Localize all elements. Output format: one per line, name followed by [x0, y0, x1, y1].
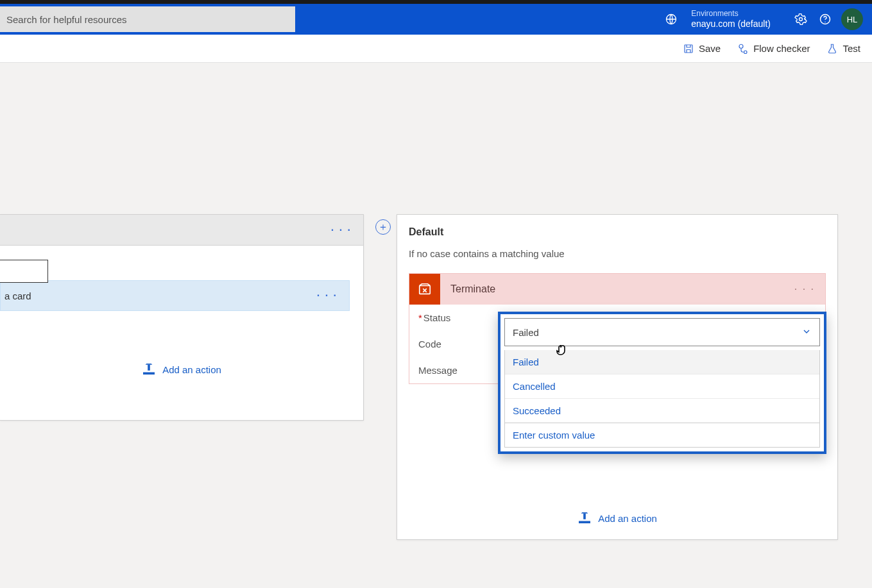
case-card-menu-icon[interactable]: · · · [331, 224, 352, 236]
avatar[interactable]: HL [841, 8, 863, 30]
svg-point-1 [799, 18, 803, 21]
flow-canvas[interactable]: · · · a card · · · Add an action ＋ Defau… [0, 63, 872, 588]
status-dropdown-options: Failed Cancelled Succeeded Enter custom … [504, 350, 820, 448]
add-action-label: Add an action [598, 513, 657, 524]
test-label: Test [842, 43, 860, 54]
svg-point-5 [739, 44, 743, 48]
svg-marker-13 [581, 512, 588, 514]
status-field-label: Status [423, 312, 451, 323]
svg-rect-7 [143, 373, 155, 375]
case-action-fragment: a card [4, 290, 31, 301]
action-toolbar: Save Flow checker Test [0, 35, 872, 63]
insert-icon [142, 364, 156, 375]
environment-label: Environments [691, 10, 771, 19]
add-branch-button[interactable]: ＋ [375, 219, 391, 235]
search-input[interactable] [0, 6, 295, 32]
save-button[interactable]: Save [683, 43, 721, 55]
case-action-row[interactable]: a card · · · [0, 280, 350, 311]
default-description: If no case contains a matching value [397, 242, 837, 273]
case-card: · · · a card · · · Add an action [0, 214, 364, 421]
terminate-icon [409, 274, 440, 305]
message-field-label: Message [418, 365, 457, 376]
flow-checker-button[interactable]: Flow checker [737, 43, 810, 55]
environment-selector[interactable]: Environments enayu.com (default) [691, 10, 771, 29]
help-icon[interactable] [813, 13, 837, 26]
insert-icon [577, 512, 592, 524]
environment-icon[interactable] [659, 13, 683, 26]
settings-icon[interactable] [789, 13, 813, 26]
terminate-header[interactable]: Terminate · · · [409, 274, 825, 305]
status-selected-value: Failed [513, 327, 539, 338]
svg-point-6 [744, 51, 748, 54]
terminate-label: Terminate [440, 283, 794, 295]
svg-rect-11 [579, 521, 590, 524]
test-button[interactable]: Test [826, 43, 860, 55]
code-field-label: Code [418, 339, 441, 349]
case-action-menu-icon[interactable]: · · · [317, 290, 338, 301]
default-title: Default [397, 215, 837, 242]
status-dropdown: Failed Failed Cancelled Succeeded Enter … [498, 312, 826, 454]
app-header: Environments enayu.com (default) HL [0, 4, 872, 35]
status-option-failed[interactable]: Failed [505, 350, 819, 374]
status-option-succeeded[interactable]: Succeeded [505, 398, 819, 423]
save-label: Save [699, 43, 721, 54]
chevron-down-icon [801, 326, 812, 339]
avatar-initials: HL [847, 15, 858, 24]
svg-marker-9 [146, 364, 153, 365]
svg-rect-12 [583, 514, 586, 519]
status-dropdown-selected[interactable]: Failed [504, 318, 820, 346]
svg-rect-4 [685, 45, 692, 53]
case-card-header: · · · [0, 215, 363, 246]
environment-name: enayu.com (default) [691, 19, 771, 29]
svg-rect-8 [148, 365, 150, 371]
status-option-custom[interactable]: Enter custom value [505, 423, 819, 447]
status-option-cancelled[interactable]: Cancelled [505, 374, 819, 398]
case-value-input[interactable] [0, 260, 48, 283]
terminate-menu-icon[interactable]: · · · [794, 283, 825, 295]
required-marker: * [418, 312, 422, 323]
add-action-label: Add an action [162, 364, 221, 375]
svg-point-3 [825, 22, 825, 22]
flow-checker-label: Flow checker [753, 43, 810, 54]
add-action-button-left[interactable]: Add an action [0, 364, 363, 375]
